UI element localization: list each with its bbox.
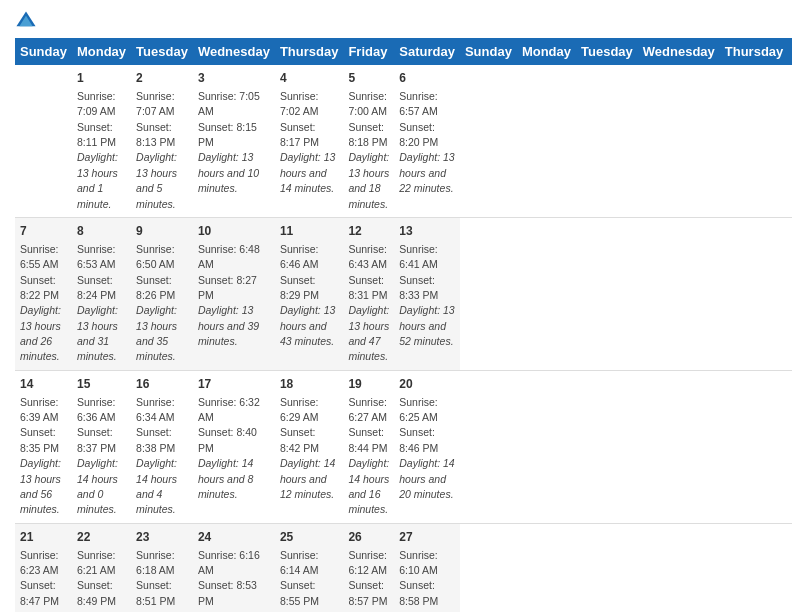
day-cell: 11Sunrise: 6:46 AMSunset: 8:29 PMDayligh… [275, 217, 344, 370]
sunrise: Sunrise: 6:48 AM [198, 243, 260, 270]
daylight: Daylight: 14 hours and 16 minutes. [348, 457, 389, 515]
day-number: 26 [348, 529, 389, 546]
header-wednesday: Wednesday [638, 38, 720, 65]
sunset: Sunset: 8:46 PM [399, 426, 438, 453]
day-number: 3 [198, 70, 270, 87]
sunset: Sunset: 8:58 PM [399, 579, 438, 606]
sunset: Sunset: 8:35 PM [20, 426, 59, 453]
sunset: Sunset: 8:51 PM [136, 579, 175, 606]
day-number: 1 [77, 70, 126, 87]
day-cell: 25Sunrise: 6:14 AMSunset: 8:55 PMDayligh… [275, 523, 344, 612]
daylight: Daylight: 14 hours and 8 minutes. [198, 457, 253, 500]
sunset: Sunset: 8:18 PM [348, 121, 387, 148]
sunrise: Sunrise: 6:12 AM [348, 549, 387, 576]
day-number: 2 [136, 70, 188, 87]
sunset: Sunset: 8:13 PM [136, 121, 175, 148]
sunrise: Sunrise: 6:46 AM [280, 243, 319, 270]
sunrise: Sunrise: 6:55 AM [20, 243, 59, 270]
day-cell: 17Sunrise: 6:32 AMSunset: 8:40 PMDayligh… [193, 370, 275, 523]
sunrise: Sunrise: 6:57 AM [399, 90, 438, 117]
day-cell: 22Sunrise: 6:21 AMSunset: 8:49 PMDayligh… [72, 523, 131, 612]
daylight: Daylight: 13 hours and 47 minutes. [348, 304, 389, 362]
day-cell: 19Sunrise: 6:27 AMSunset: 8:44 PMDayligh… [343, 370, 394, 523]
sunrise: Sunrise: 6:32 AM [198, 396, 260, 423]
day-cell [15, 65, 72, 217]
sunset: Sunset: 8:15 PM [198, 121, 257, 148]
day-cell: 24Sunrise: 6:16 AMSunset: 8:53 PMDayligh… [193, 523, 275, 612]
day-number: 20 [399, 376, 455, 393]
day-cell: 6Sunrise: 6:57 AMSunset: 8:20 PMDaylight… [394, 65, 460, 217]
sunset: Sunset: 8:37 PM [77, 426, 116, 453]
day-cell: 21Sunrise: 6:23 AMSunset: 8:47 PMDayligh… [15, 523, 72, 612]
sunrise: Sunrise: 6:21 AM [77, 549, 116, 576]
day-cell: 12Sunrise: 6:43 AMSunset: 8:31 PMDayligh… [343, 217, 394, 370]
sunset: Sunset: 8:17 PM [280, 121, 319, 148]
sunset: Sunset: 8:47 PM [20, 579, 59, 606]
day-number: 10 [198, 223, 270, 240]
sunrise: Sunrise: 6:29 AM [280, 396, 319, 423]
day-number: 9 [136, 223, 188, 240]
sunset: Sunset: 8:40 PM [198, 426, 257, 453]
week-row-4: 21Sunrise: 6:23 AMSunset: 8:47 PMDayligh… [15, 523, 792, 612]
sunset: Sunset: 8:27 PM [198, 274, 257, 301]
sunset: Sunset: 8:55 PM [280, 579, 319, 606]
day-number: 7 [20, 223, 67, 240]
sunrise: Sunrise: 6:16 AM [198, 549, 260, 576]
sunset: Sunset: 8:29 PM [280, 274, 319, 301]
sunrise: Sunrise: 7:09 AM [77, 90, 116, 117]
day-number: 19 [348, 376, 389, 393]
daylight: Daylight: 13 hours and 31 minutes. [77, 304, 118, 362]
day-number: 23 [136, 529, 188, 546]
day-number: 18 [280, 376, 339, 393]
sunset: Sunset: 8:26 PM [136, 274, 175, 301]
day-cell: 14Sunrise: 6:39 AMSunset: 8:35 PMDayligh… [15, 370, 72, 523]
day-number: 8 [77, 223, 126, 240]
logo [15, 10, 39, 32]
daylight: Daylight: 13 hours and 43 minutes. [280, 304, 335, 347]
day-cell: 10Sunrise: 6:48 AMSunset: 8:27 PMDayligh… [193, 217, 275, 370]
header-tuesday: Tuesday [576, 38, 638, 65]
daylight: Daylight: 13 hours and 10 minutes. [198, 151, 259, 194]
sunrise: Sunrise: 6:27 AM [348, 396, 387, 423]
day-number: 21 [20, 529, 67, 546]
daylight: Daylight: 13 hours and 22 minutes. [399, 151, 454, 194]
day-number: 25 [280, 529, 339, 546]
day-cell: 26Sunrise: 6:12 AMSunset: 8:57 PMDayligh… [343, 523, 394, 612]
calendar-header-row: SundayMondayTuesdayWednesdayThursdayFrid… [15, 38, 792, 65]
day-number: 22 [77, 529, 126, 546]
sunset: Sunset: 8:31 PM [348, 274, 387, 301]
week-row-2: 7Sunrise: 6:55 AMSunset: 8:22 PMDaylight… [15, 217, 792, 370]
sunrise: Sunrise: 6:43 AM [348, 243, 387, 270]
day-cell: 18Sunrise: 6:29 AMSunset: 8:42 PMDayligh… [275, 370, 344, 523]
daylight: Daylight: 13 hours and 39 minutes. [198, 304, 259, 347]
sunrise: Sunrise: 7:05 AM [198, 90, 260, 117]
sunset: Sunset: 8:24 PM [77, 274, 116, 301]
header-sunday: Sunday [460, 38, 517, 65]
header-sunday: Sunday [15, 38, 72, 65]
day-number: 6 [399, 70, 455, 87]
day-number: 17 [198, 376, 270, 393]
sunrise: Sunrise: 6:14 AM [280, 549, 319, 576]
day-number: 13 [399, 223, 455, 240]
daylight: Daylight: 13 hours and 26 minutes. [20, 304, 61, 362]
day-cell: 5Sunrise: 7:00 AMSunset: 8:18 PMDaylight… [343, 65, 394, 217]
day-cell: 23Sunrise: 6:18 AMSunset: 8:51 PMDayligh… [131, 523, 193, 612]
header-monday: Monday [72, 38, 131, 65]
daylight: Daylight: 13 hours and 56 minutes. [20, 457, 61, 515]
day-cell: 13Sunrise: 6:41 AMSunset: 8:33 PMDayligh… [394, 217, 460, 370]
sunrise: Sunrise: 6:25 AM [399, 396, 438, 423]
daylight: Daylight: 13 hours and 52 minutes. [399, 304, 454, 347]
header-friday: Friday [788, 38, 792, 65]
sunset: Sunset: 8:33 PM [399, 274, 438, 301]
daylight: Daylight: 14 hours and 4 minutes. [136, 457, 177, 515]
page-header [15, 10, 777, 32]
sunset: Sunset: 8:22 PM [20, 274, 59, 301]
day-number: 16 [136, 376, 188, 393]
sunrise: Sunrise: 6:23 AM [20, 549, 59, 576]
day-cell: 16Sunrise: 6:34 AMSunset: 8:38 PMDayligh… [131, 370, 193, 523]
sunset: Sunset: 8:20 PM [399, 121, 438, 148]
sunrise: Sunrise: 6:10 AM [399, 549, 438, 576]
header-saturday: Saturday [394, 38, 460, 65]
sunrise: Sunrise: 6:50 AM [136, 243, 175, 270]
day-number: 24 [198, 529, 270, 546]
